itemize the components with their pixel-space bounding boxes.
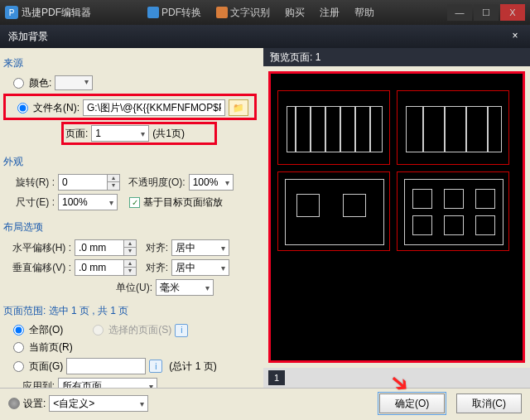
- page-select[interactable]: 1: [91, 125, 149, 142]
- dialog-close[interactable]: ×: [508, 30, 522, 43]
- section-layout: 布局选项: [3, 220, 257, 234]
- ok-button[interactable]: 确定(O): [379, 393, 445, 413]
- label-color: 颜色:: [29, 76, 51, 90]
- label-unit: 单位(U):: [3, 281, 152, 295]
- align-v-select[interactable]: 居中: [171, 259, 229, 276]
- tab-help[interactable]: 帮助: [348, 3, 381, 22]
- tab-pdf-convert[interactable]: PDF转换: [141, 3, 208, 22]
- label-apply: 应用到:: [3, 379, 55, 389]
- settings-select[interactable]: <自定义>: [49, 395, 148, 412]
- thumbnail-1[interactable]: 1: [268, 370, 285, 385]
- label-align-h: 对齐:: [140, 241, 168, 255]
- cancel-button[interactable]: 取消(C): [456, 393, 522, 413]
- radio-all[interactable]: [13, 325, 24, 336]
- label-filename: 文件名(N):: [33, 101, 80, 115]
- cad-drawing-4: [397, 171, 509, 251]
- dialog-title: 添加背景: [8, 30, 48, 44]
- tab-ocr[interactable]: 文字识别: [210, 3, 277, 22]
- hoffset-spinner[interactable]: ▴▾: [75, 239, 137, 256]
- dialog-footer: 设置: <自定义> 确定(O) 取消(C) ➔: [0, 388, 530, 418]
- label-opacity: 不透明度(O):: [128, 176, 186, 190]
- tab-register[interactable]: 注册: [313, 3, 346, 22]
- opacity-select[interactable]: 100%: [189, 174, 234, 191]
- section-appearance: 外观: [3, 155, 257, 169]
- radio-color[interactable]: [13, 78, 24, 89]
- apply-select[interactable]: 所有页面: [58, 378, 157, 388]
- highlight-page-row: 页面: 1 (共1页): [61, 122, 217, 145]
- window-maximize[interactable]: ☐: [474, 4, 499, 21]
- scale-checkbox[interactable]: ✓基于目标页面缩放: [129, 196, 223, 210]
- label-align-v: 对齐:: [140, 261, 168, 275]
- radio-filename[interactable]: [17, 103, 28, 113]
- window-controls: — ☐ X: [447, 4, 525, 21]
- radio-pages[interactable]: [13, 361, 24, 372]
- cad-drawing-2: [397, 90, 509, 165]
- color-picker[interactable]: [55, 75, 93, 90]
- right-panel: 预览页面: 1: [263, 48, 530, 388]
- window-close[interactable]: X: [500, 4, 525, 21]
- tab-buy[interactable]: 购买: [278, 3, 311, 22]
- gear-icon: [8, 398, 20, 409]
- label-page-total: (共1页): [152, 127, 185, 141]
- voffset-spinner[interactable]: ▴▾: [75, 259, 137, 276]
- label-rotate: 旋转(R) :: [3, 176, 55, 190]
- rotate-spinner[interactable]: ▴▾: [58, 174, 120, 191]
- top-tabs: PDF转换 文字识别 购买 注册 帮助: [141, 3, 381, 22]
- label-settings: 设置:: [23, 397, 46, 411]
- cad-drawing-3: [277, 171, 390, 251]
- radio-current[interactable]: [13, 342, 24, 353]
- dialog-titlebar: 添加背景 ×: [0, 25, 530, 48]
- align-h-select[interactable]: 居中: [171, 239, 229, 256]
- size-select[interactable]: 100%: [58, 194, 118, 210]
- app-title: 迅捷PDF编辑器: [22, 6, 91, 20]
- label-voffset: 垂直偏移(V) :: [3, 261, 71, 275]
- section-range: 页面范围: 选中 1 页 , 共 1 页: [3, 304, 257, 318]
- filename-input[interactable]: [83, 99, 225, 116]
- left-panel: 来源 颜色: 文件名(N): 📁 页面: 1 (共1页) 外观 旋转(R) : …: [0, 48, 263, 388]
- label-size: 尺寸(E) :: [3, 196, 55, 210]
- info-icon-2[interactable]: i: [149, 360, 162, 373]
- info-icon[interactable]: i: [175, 324, 188, 337]
- preview-area: [268, 71, 525, 363]
- unit-select[interactable]: 毫米: [156, 279, 214, 296]
- radio-selected: [93, 325, 104, 336]
- app-icon: P: [5, 6, 18, 19]
- app-titlebar: P 迅捷PDF编辑器 PDF转换 文字识别 购买 注册 帮助 — ☐ X: [0, 0, 530, 25]
- thumbnail-bar: 1: [263, 368, 530, 388]
- label-pages-total: (总计 1 页): [169, 360, 216, 374]
- preview-header: 预览页面: 1: [263, 48, 530, 66]
- highlight-file-row: 文件名(N): 📁: [3, 94, 257, 120]
- label-hoffset: 水平偏移(H) :: [3, 241, 71, 255]
- label-page: 页面:: [65, 127, 88, 141]
- section-source: 来源: [3, 56, 257, 70]
- pages-input[interactable]: [66, 358, 146, 374]
- cad-drawing-1: [277, 90, 390, 165]
- browse-button[interactable]: 📁: [229, 99, 248, 116]
- window-minimize[interactable]: —: [447, 4, 472, 21]
